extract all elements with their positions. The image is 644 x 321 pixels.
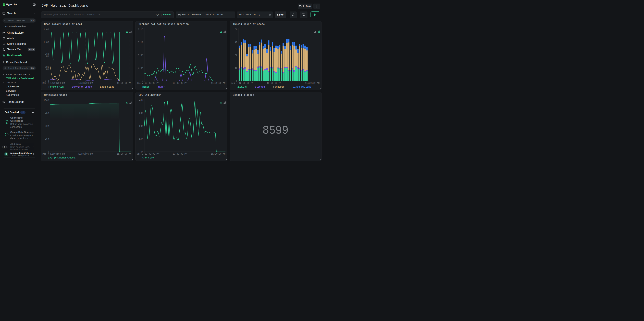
svg-text:MB: MB bbox=[46, 68, 49, 71]
svg-text:10:30:00 PM: 10:30:00 PM bbox=[267, 82, 281, 84]
svg-text:10:30:00 PM: 10:30:00 PM bbox=[173, 82, 187, 84]
svg-text:10:30:00 PM: 10:30:00 PM bbox=[173, 153, 187, 155]
svg-text:40%: 40% bbox=[139, 99, 143, 102]
svg-text:11:30:00 AM: 11:30:00 AM bbox=[211, 153, 226, 155]
svg-text:Dec 7 12:00:00 PM: Dec 7 12:00:00 PM bbox=[137, 82, 159, 84]
svg-text:381: 381 bbox=[45, 66, 49, 68]
svg-text:15: 15 bbox=[235, 67, 238, 69]
svg-text:25M: 25M bbox=[45, 138, 49, 140]
svg-text:10:30:00 PM: 10:30:00 PM bbox=[78, 82, 93, 84]
svg-text:11:30:00 AM: 11:30:00 AM bbox=[117, 153, 131, 155]
svg-text:763: 763 bbox=[45, 53, 49, 55]
svg-text:Dec 7 12:00:00 PM: Dec 7 12:00:00 PM bbox=[42, 82, 65, 84]
svg-text:45: 45 bbox=[235, 41, 238, 43]
svg-text:11:30:00 AM: 11:30:00 AM bbox=[117, 82, 131, 84]
svg-text:30%: 30% bbox=[139, 112, 143, 114]
svg-text:Dec 7 12:00:00 PM: Dec 7 12:00:00 PM bbox=[137, 153, 159, 155]
svg-text:11:30:00 AM: 11:30:00 AM bbox=[211, 82, 226, 84]
svg-text:MB: MB bbox=[46, 55, 49, 58]
svg-text:50M: 50M bbox=[45, 125, 49, 127]
svg-text:10%: 10% bbox=[139, 138, 143, 140]
svg-text:30: 30 bbox=[235, 54, 238, 56]
svg-text:Dec 7 12:00:00 PM: Dec 7 12:00:00 PM bbox=[231, 82, 254, 84]
svg-text:0.12: 0.12 bbox=[138, 41, 143, 43]
svg-text:0.16: 0.16 bbox=[138, 28, 143, 31]
svg-text:100M: 100M bbox=[44, 99, 49, 102]
svg-text:20%: 20% bbox=[139, 125, 143, 127]
svg-text:Dec 7 12:00:00 PM: Dec 7 12:00:00 PM bbox=[42, 153, 65, 155]
svg-text:10:30:00 PM: 10:30:00 PM bbox=[78, 153, 93, 155]
svg-text:0.08: 0.08 bbox=[138, 54, 143, 56]
svg-text:1 GB: 1 GB bbox=[44, 28, 49, 31]
svg-text:11:30:00 AM: 11:30:00 AM bbox=[305, 82, 320, 84]
svg-text:75M: 75M bbox=[45, 112, 49, 114]
svg-text:1 GB: 1 GB bbox=[44, 41, 49, 43]
svg-text:0.04: 0.04 bbox=[138, 67, 143, 69]
svg-text:60: 60 bbox=[235, 28, 238, 31]
